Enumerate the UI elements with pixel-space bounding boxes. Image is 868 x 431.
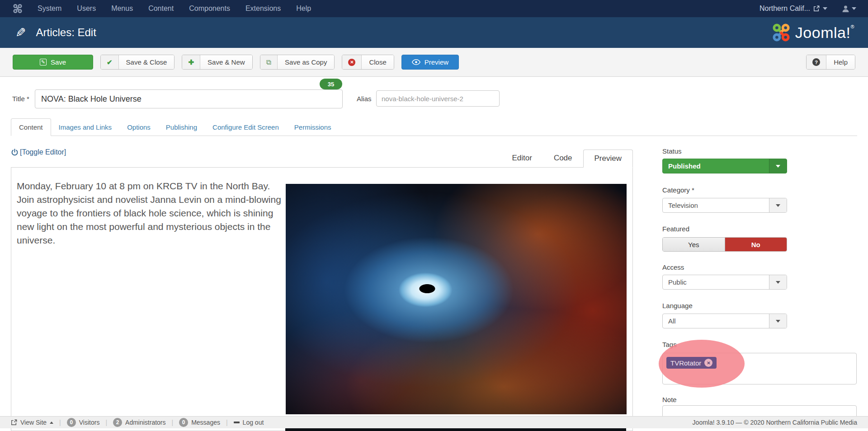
- messages-status[interactable]: 0 Messages: [179, 418, 220, 427]
- page-header: ✎ Articles: Edit Joomla!®: [0, 17, 868, 48]
- save-copy-label: Save as Copy: [278, 55, 334, 69]
- user-menu[interactable]: [842, 5, 856, 13]
- category-select[interactable]: Television: [662, 198, 787, 213]
- help-button[interactable]: ? Help: [806, 55, 855, 70]
- eye-icon: [412, 59, 420, 65]
- chevron-down-icon: [776, 281, 780, 284]
- featured-yes-button[interactable]: Yes: [663, 238, 725, 251]
- messages-label: Messages: [191, 419, 220, 426]
- plus-icon: ✚: [188, 58, 194, 66]
- tag-chip-label: TVRotator: [670, 359, 701, 367]
- category-label: Category *: [662, 186, 694, 194]
- dash: —: [736, 419, 742, 426]
- tab-publishing[interactable]: Publishing: [158, 119, 205, 136]
- edit-pencil-icon: ✎: [15, 25, 26, 40]
- joomla-wordmark: Joomla!®: [795, 24, 854, 42]
- external-link-icon: [11, 419, 17, 426]
- status-label: Status: [662, 147, 682, 155]
- chevron-down-icon: [852, 7, 856, 10]
- copy-icon: ⧉: [266, 58, 271, 66]
- tag-chip: TVRotator ✕: [666, 357, 717, 369]
- save-new-label: Save & New: [200, 55, 252, 69]
- version-copyright: Joomla! 3.9.10 — © 2020 Northern Califor…: [693, 419, 857, 426]
- menu-content[interactable]: Content: [141, 0, 181, 17]
- access-label: Access: [662, 263, 684, 271]
- admin-menu-bar: System Users Menus Content Components Ex…: [0, 0, 868, 17]
- title-input[interactable]: [35, 89, 343, 108]
- toggle-editor-label: [Toggle Editor]: [20, 148, 66, 156]
- help-label: Help: [826, 55, 855, 69]
- language-label: Language: [662, 302, 693, 309]
- alias-input[interactable]: [376, 90, 500, 107]
- joomla-glyph-icon: [13, 4, 23, 14]
- tab-content[interactable]: Content: [11, 118, 51, 136]
- access-select[interactable]: Public: [662, 275, 787, 290]
- logout-link[interactable]: Log out: [234, 419, 264, 426]
- chevron-down-icon: [823, 7, 827, 10]
- preview-button[interactable]: Preview: [401, 55, 459, 70]
- editor-region: [Toggle Editor] Editor Code Preview Mond…: [11, 140, 633, 431]
- logout-label: Log out: [243, 419, 264, 426]
- chevron-down-icon: [776, 204, 780, 207]
- editor-tab-preview[interactable]: Preview: [583, 150, 633, 168]
- administrators-status[interactable]: 2 Administrators: [113, 418, 165, 427]
- remove-tag-icon[interactable]: ✕: [704, 359, 712, 367]
- toggle-editor-link[interactable]: [Toggle Editor]: [11, 148, 66, 156]
- tags-input[interactable]: TVRotator ✕: [662, 353, 857, 384]
- save-copy-button[interactable]: ⧉ Save as Copy: [260, 55, 335, 70]
- article-preview-pane: Monday, February 10 at 8 pm on KRCB TV i…: [11, 167, 633, 431]
- chevron-down-icon: [776, 320, 780, 323]
- site-name-label: Northern Calif...: [760, 5, 810, 13]
- tab-configure-edit-screen[interactable]: Configure Edit Screen: [205, 119, 287, 136]
- editor-tab-code[interactable]: Code: [543, 150, 583, 167]
- close-button[interactable]: ✕ Close: [342, 55, 394, 70]
- title-label: Title *: [12, 95, 29, 103]
- separator: |: [226, 419, 228, 426]
- joomla-version: Joomla! 3.9.10: [693, 419, 734, 426]
- admin-status-bar: View Site | 0 Visitors | 2 Administrator…: [0, 416, 868, 428]
- status-select[interactable]: Published: [662, 159, 787, 173]
- separator: |: [59, 419, 61, 426]
- char-count-badge: 35: [320, 79, 342, 89]
- menu-system[interactable]: System: [30, 0, 69, 17]
- featured-no-button[interactable]: No: [725, 238, 787, 251]
- chevron-down-icon: [776, 165, 780, 168]
- visitors-status[interactable]: 0 Visitors: [67, 418, 100, 427]
- joomla-logo: Joomla!®: [772, 23, 854, 42]
- tab-options[interactable]: Options: [119, 119, 158, 136]
- site-link[interactable]: Northern Calif...: [760, 5, 827, 13]
- save-button[interactable]: ✎ Save: [13, 55, 93, 70]
- tab-images-and-links[interactable]: Images and Links: [51, 119, 120, 136]
- save-close-button[interactable]: ✔ Save & Close: [100, 55, 175, 70]
- editor-tab-editor[interactable]: Editor: [501, 150, 542, 167]
- save-icon: ✎: [40, 59, 47, 66]
- featured-toggle: Yes No: [662, 237, 787, 252]
- access-value: Public: [663, 278, 769, 286]
- save-label: Save: [51, 58, 66, 66]
- separator: |: [172, 419, 174, 426]
- administrators-label: Administrators: [125, 419, 165, 426]
- visitors-label: Visitors: [79, 419, 100, 426]
- power-icon: [11, 149, 19, 156]
- chevron-up-icon: [50, 422, 53, 424]
- preview-label: Preview: [425, 58, 448, 66]
- external-link-icon: [813, 5, 820, 12]
- menu-menus[interactable]: Menus: [104, 0, 141, 17]
- featured-label: Featured: [662, 225, 689, 233]
- alias-label: Alias: [357, 95, 372, 103]
- separator: |: [105, 419, 107, 426]
- language-select[interactable]: All: [662, 314, 787, 328]
- view-site-label: View Site: [20, 419, 47, 426]
- messages-count-badge: 0: [179, 418, 188, 427]
- menu-components[interactable]: Components: [181, 0, 238, 17]
- tab-permissions[interactable]: Permissions: [287, 119, 339, 136]
- view-site-link[interactable]: View Site: [11, 419, 53, 426]
- administrators-count-badge: 2: [113, 418, 122, 427]
- check-icon: ✔: [107, 58, 113, 66]
- status-value: Published: [663, 162, 769, 170]
- menu-users[interactable]: Users: [69, 0, 104, 17]
- menu-help[interactable]: Help: [288, 0, 319, 17]
- black-hole-article-image: [286, 184, 627, 414]
- menu-extensions[interactable]: Extensions: [238, 0, 288, 17]
- save-new-button[interactable]: ✚ Save & New: [182, 55, 252, 70]
